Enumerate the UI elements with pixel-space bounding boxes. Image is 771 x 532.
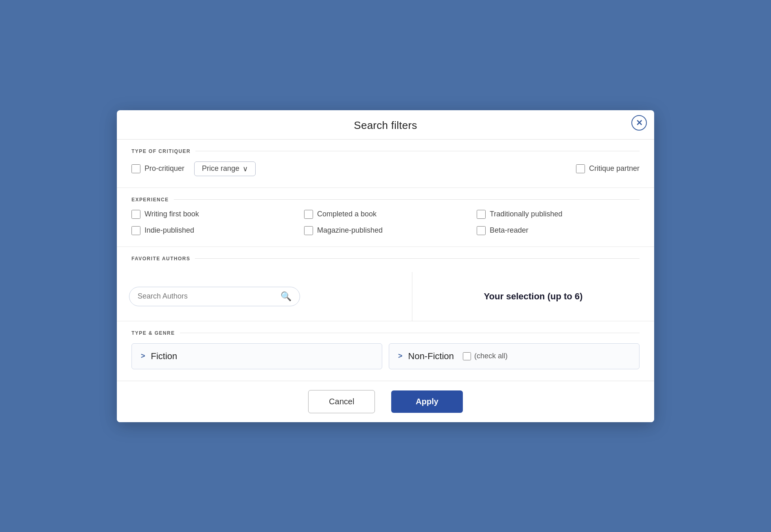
price-range-chevron-icon: ∨ xyxy=(243,164,248,173)
type-genre-label: TYPE & GENRE xyxy=(131,330,640,336)
modal-header: Search filters ✕ xyxy=(117,110,654,140)
completed-book-label: Completed a book xyxy=(317,210,377,218)
pro-critiquer-label: Pro-critiquer xyxy=(145,164,184,173)
nonfiction-chevron-icon: > xyxy=(398,352,403,360)
beta-reader-checkbox[interactable] xyxy=(477,226,486,235)
type-of-critiquer-label: TYPE OF CRITIQUER xyxy=(131,148,640,154)
critique-partner-checkbox[interactable] xyxy=(576,164,585,173)
check-all-label: (check all) xyxy=(474,352,508,360)
experience-label: EXPERIENCE xyxy=(131,197,640,203)
experience-grid: Writing first book Completed a book Trad… xyxy=(131,210,640,235)
critiquer-row: Pro-critiquer Price range ∨ Critique par… xyxy=(131,161,640,176)
price-range-label: Price range xyxy=(202,164,239,173)
genre-grid: > Fiction > Non-Fiction (check all) xyxy=(131,343,640,369)
authors-right: Your selection (up to 6) xyxy=(412,272,654,321)
search-icon: 🔍 xyxy=(280,291,291,302)
favorite-authors-section: FAVORITE AUTHORS 🔍 Your selection (up to… xyxy=(117,247,654,321)
search-authors-input[interactable] xyxy=(138,292,280,301)
favorite-authors-header: FAVORITE AUTHORS xyxy=(117,247,654,272)
check-all-group: (check all) xyxy=(463,352,508,360)
type-genre-section: TYPE & GENRE > Fiction > Non-Fiction (ch… xyxy=(117,321,654,381)
critique-partner-group: Critique partner xyxy=(576,164,640,173)
nonfiction-card[interactable]: > Non-Fiction (check all) xyxy=(389,343,640,369)
fiction-label: Fiction xyxy=(151,351,177,362)
type-of-critiquer-section: TYPE OF CRITIQUER Pro-critiquer Price ra… xyxy=(117,140,654,188)
writing-first-book-label: Writing first book xyxy=(145,210,199,218)
modal-footer: Cancel Apply xyxy=(117,381,654,422)
modal-body: TYPE OF CRITIQUER Pro-critiquer Price ra… xyxy=(117,140,654,381)
check-all-nonfiction-checkbox[interactable] xyxy=(463,352,471,360)
fiction-chevron-icon: > xyxy=(141,352,145,360)
search-authors-wrap: 🔍 xyxy=(129,287,300,306)
nonfiction-label: Non-Fiction xyxy=(408,351,454,362)
selection-label: Your selection (up to 6) xyxy=(484,291,583,302)
experience-section: EXPERIENCE Writing first book Completed … xyxy=(117,188,654,247)
favorite-authors-label: FAVORITE AUTHORS xyxy=(131,256,640,262)
beta-reader-group: Beta-reader xyxy=(477,226,640,235)
magazine-published-group: Magazine-published xyxy=(304,226,467,235)
writing-first-book-group: Writing first book xyxy=(131,210,294,219)
pro-critiquer-checkbox[interactable] xyxy=(131,164,140,173)
magazine-published-label: Magazine-published xyxy=(317,226,383,235)
close-button[interactable]: ✕ xyxy=(631,115,647,131)
traditionally-published-label: Traditionally published xyxy=(490,210,562,218)
cancel-button[interactable]: Cancel xyxy=(308,390,375,413)
indie-published-checkbox[interactable] xyxy=(131,226,140,235)
indie-published-label: Indie-published xyxy=(145,226,194,235)
completed-book-group: Completed a book xyxy=(304,210,467,219)
magazine-published-checkbox[interactable] xyxy=(304,226,313,235)
writing-first-book-checkbox[interactable] xyxy=(131,210,140,219)
beta-reader-label: Beta-reader xyxy=(490,226,528,235)
traditionally-published-checkbox[interactable] xyxy=(477,210,486,219)
fiction-card[interactable]: > Fiction xyxy=(131,343,382,369)
price-range-button[interactable]: Price range ∨ xyxy=(194,161,256,176)
authors-left: 🔍 xyxy=(117,272,412,321)
pro-critiquer-group: Pro-critiquer xyxy=(131,164,184,173)
apply-button[interactable]: Apply xyxy=(391,390,463,413)
traditionally-published-group: Traditionally published xyxy=(477,210,640,219)
completed-book-checkbox[interactable] xyxy=(304,210,313,219)
critique-partner-label: Critique partner xyxy=(589,164,640,173)
authors-row: 🔍 Your selection (up to 6) xyxy=(117,272,654,321)
search-filters-modal: Search filters ✕ TYPE OF CRITIQUER Pro-c… xyxy=(117,110,654,422)
modal-title: Search filters xyxy=(354,119,417,132)
indie-published-group: Indie-published xyxy=(131,226,294,235)
modal-overlay: Search filters ✕ TYPE OF CRITIQUER Pro-c… xyxy=(0,0,771,532)
